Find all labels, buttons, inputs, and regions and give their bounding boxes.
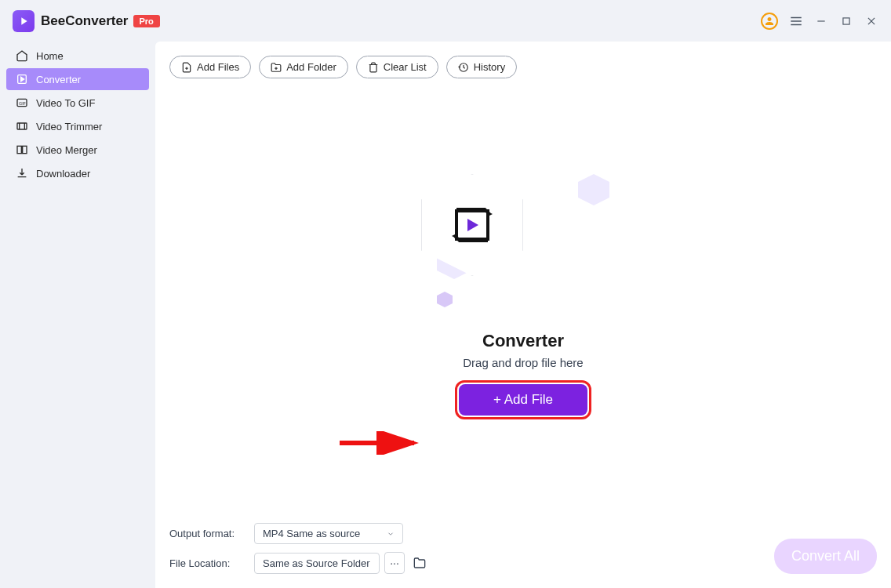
window-close-icon[interactable]: [864, 14, 878, 28]
chevron-down-icon: [387, 530, 395, 538]
convert-loop-icon: [447, 200, 497, 250]
merger-icon: [16, 143, 28, 156]
clear-list-button[interactable]: Clear List: [356, 56, 438, 78]
drop-zone-title: Converter: [482, 331, 564, 351]
sidebar-item-label: Video Merger: [36, 144, 97, 156]
sidebar-item-converter[interactable]: Converter: [6, 68, 149, 90]
button-label: Clear List: [384, 61, 427, 73]
open-folder-button[interactable]: [409, 552, 430, 574]
sidebar-item-label: Video Trimmer: [36, 121, 102, 132]
button-label: Add Folder: [286, 61, 336, 73]
history-icon: [458, 62, 469, 73]
window-minimize-icon[interactable]: [814, 14, 828, 28]
file-location-input[interactable]: Same as Source Folder: [254, 553, 380, 574]
folder-plus-icon: [271, 62, 282, 73]
account-icon[interactable]: [761, 13, 778, 30]
sidebar-item-label: Video To GIF: [36, 97, 95, 109]
trimmer-icon: [16, 120, 28, 132]
pro-badge: Pro: [133, 15, 160, 27]
hamburger-menu-icon[interactable]: [789, 14, 803, 28]
select-value: MP4 Same as source: [263, 528, 360, 539]
file-location-label: File Location:: [169, 557, 240, 569]
output-format-label: Output format:: [169, 528, 240, 539]
footer: Output format: MP4 Same as source File L…: [155, 515, 891, 588]
sidebar-item-label: Converter: [36, 74, 81, 85]
add-folder-button[interactable]: Add Folder: [259, 56, 348, 78]
sidebar-item-home[interactable]: Home: [6, 45, 149, 67]
app-logo-icon: [13, 10, 35, 32]
file-location-row: File Location: Same as Source Folder ···: [169, 552, 430, 574]
trash-icon: [368, 62, 379, 73]
file-plus-icon: [181, 62, 192, 73]
folder-icon: [413, 557, 426, 569]
svg-rect-10: [17, 123, 27, 129]
drop-zone-subtitle: Drag and drop file here: [463, 356, 583, 369]
add-files-button[interactable]: Add Files: [169, 56, 251, 78]
output-format-row: Output format: MP4 Same as source: [169, 523, 430, 544]
download-icon: [16, 167, 28, 180]
sidebar-item-video-trimmer[interactable]: Video Trimmer: [6, 115, 149, 137]
window-maximize-icon[interactable]: [839, 14, 853, 28]
drop-zone[interactable]: Converter Drag and drop file here + Add …: [155, 78, 891, 515]
toolbar: Add Files Add Folder Clear List History: [155, 42, 891, 78]
gif-icon: GIF: [16, 96, 28, 109]
app-name: BeeConverter: [41, 13, 129, 29]
button-label: History: [474, 61, 505, 73]
sidebar: Home Converter GIF Video To GIF Video Tr…: [0, 42, 155, 588]
sidebar-item-label: Home: [36, 50, 64, 62]
svg-rect-4: [843, 17, 849, 24]
sidebar-item-video-merger[interactable]: Video Merger: [6, 139, 149, 161]
converter-icon: [16, 73, 28, 85]
sidebar-item-video-to-gif[interactable]: GIF Video To GIF: [6, 92, 149, 114]
svg-rect-14: [23, 146, 27, 153]
annotation-arrow-icon: [336, 431, 430, 455]
converter-hero-graphic: [421, 174, 625, 315]
sidebar-item-downloader[interactable]: Downloader: [6, 162, 149, 184]
convert-all-button[interactable]: Convert All: [774, 539, 877, 574]
sidebar-item-label: Downloader: [36, 168, 90, 180]
output-format-select[interactable]: MP4 Same as source: [254, 523, 403, 544]
file-location-more-button[interactable]: ···: [384, 552, 405, 574]
main-panel: Add Files Add Folder Clear List History: [155, 42, 891, 588]
add-file-button[interactable]: + Add File: [459, 384, 587, 416]
home-icon: [16, 49, 28, 62]
add-file-highlight: + Add File: [455, 380, 591, 419]
svg-rect-13: [17, 146, 21, 153]
history-button[interactable]: History: [446, 56, 517, 78]
svg-text:GIF: GIF: [19, 101, 27, 106]
button-label: Add Files: [197, 61, 239, 73]
titlebar: BeeConverter Pro: [0, 0, 891, 42]
